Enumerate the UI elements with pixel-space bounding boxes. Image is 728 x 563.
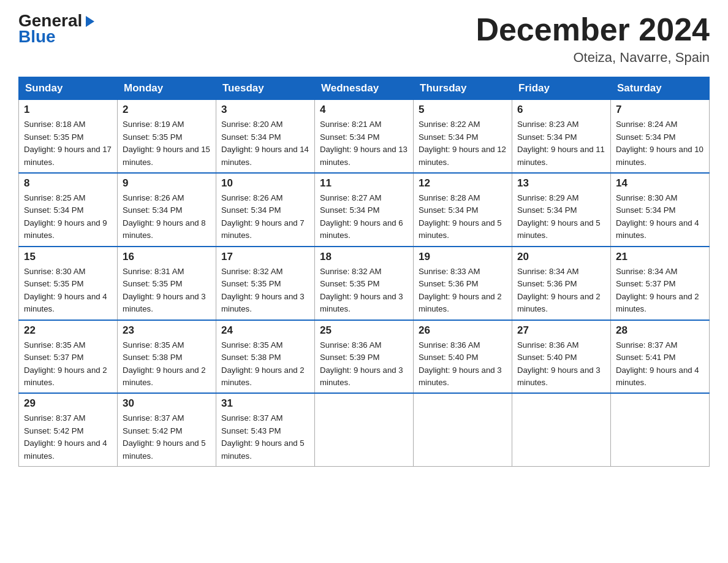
day-number: 20 [517,251,605,263]
day-number: 16 [123,251,211,263]
day-number: 6 [517,104,605,116]
page-header: General Blue December 2024 Oteiza, Navar… [18,12,710,66]
calendar-day-cell [512,393,611,466]
calendar-day-cell: 28 Sunrise: 8:37 AM Sunset: 5:41 PM Dayl… [611,320,710,394]
calendar-day-cell: 25 Sunrise: 8:36 AM Sunset: 5:39 PM Dayl… [315,320,414,394]
day-number: 19 [419,251,507,263]
header-tuesday: Tuesday [216,77,315,100]
day-number: 22 [24,324,112,337]
day-number: 31 [221,397,309,410]
header-saturday: Saturday [611,77,710,100]
calendar-day-cell: 3 Sunrise: 8:20 AM Sunset: 5:34 PM Dayli… [216,100,315,173]
logo: General Blue [18,12,97,47]
header-sunday: Sunday [19,77,118,100]
day-info: Sunrise: 8:28 AM Sunset: 5:34 PM Dayligh… [419,192,507,242]
day-number: 15 [24,251,112,263]
day-info: Sunrise: 8:18 AM Sunset: 5:35 PM Dayligh… [24,118,112,169]
day-info: Sunrise: 8:30 AM Sunset: 5:35 PM Dayligh… [24,266,112,316]
calendar-week-row: 8 Sunrise: 8:25 AM Sunset: 5:34 PM Dayli… [19,173,710,247]
logo-blue: Blue [18,27,56,47]
day-info: Sunrise: 8:21 AM Sunset: 5:34 PM Dayligh… [320,118,408,169]
calendar-day-cell: 23 Sunrise: 8:35 AM Sunset: 5:38 PM Dayl… [118,320,216,394]
day-info: Sunrise: 8:34 AM Sunset: 5:37 PM Dayligh… [616,266,704,316]
day-info: Sunrise: 8:37 AM Sunset: 5:43 PM Dayligh… [221,412,309,462]
day-number: 26 [419,324,507,337]
day-number: 14 [616,177,704,190]
day-number: 25 [320,324,408,337]
calendar-day-cell [315,393,414,466]
calendar-day-cell: 9 Sunrise: 8:26 AM Sunset: 5:34 PM Dayli… [118,173,216,247]
day-info: Sunrise: 8:37 AM Sunset: 5:42 PM Dayligh… [123,412,211,462]
day-number: 8 [24,177,112,190]
calendar-day-cell: 27 Sunrise: 8:36 AM Sunset: 5:40 PM Dayl… [512,320,611,394]
logo-arrow-icon [83,15,97,28]
day-info: Sunrise: 8:26 AM Sunset: 5:34 PM Dayligh… [221,192,309,242]
calendar-week-row: 1 Sunrise: 8:18 AM Sunset: 5:35 PM Dayli… [19,100,710,173]
day-number: 21 [616,251,704,263]
calendar-day-cell: 31 Sunrise: 8:37 AM Sunset: 5:43 PM Dayl… [216,393,315,466]
month-title: December 2024 [476,12,710,47]
day-number: 5 [419,104,507,116]
day-info: Sunrise: 8:24 AM Sunset: 5:34 PM Dayligh… [616,118,704,169]
day-number: 13 [517,177,605,190]
day-number: 28 [616,324,704,337]
svg-marker-0 [86,16,94,27]
header-monday: Monday [118,77,216,100]
calendar-week-row: 15 Sunrise: 8:30 AM Sunset: 5:35 PM Dayl… [19,247,710,320]
calendar-header-row: SundayMondayTuesdayWednesdayThursdayFrid… [19,77,710,100]
calendar-day-cell [611,393,710,466]
calendar-day-cell: 14 Sunrise: 8:30 AM Sunset: 5:34 PM Dayl… [611,173,710,247]
calendar-day-cell: 2 Sunrise: 8:19 AM Sunset: 5:35 PM Dayli… [118,100,216,173]
day-info: Sunrise: 8:36 AM Sunset: 5:40 PM Dayligh… [517,339,605,389]
calendar-week-row: 29 Sunrise: 8:37 AM Sunset: 5:42 PM Dayl… [19,393,710,466]
title-block: December 2024 Oteiza, Navarre, Spain [476,12,710,66]
calendar-day-cell: 19 Sunrise: 8:33 AM Sunset: 5:36 PM Dayl… [414,247,512,320]
calendar-day-cell: 17 Sunrise: 8:32 AM Sunset: 5:35 PM Dayl… [216,247,315,320]
header-thursday: Thursday [414,77,512,100]
day-number: 4 [320,104,408,116]
calendar-day-cell: 30 Sunrise: 8:37 AM Sunset: 5:42 PM Dayl… [118,393,216,466]
day-info: Sunrise: 8:26 AM Sunset: 5:34 PM Dayligh… [123,192,211,242]
calendar-day-cell: 13 Sunrise: 8:29 AM Sunset: 5:34 PM Dayl… [512,173,611,247]
day-info: Sunrise: 8:36 AM Sunset: 5:39 PM Dayligh… [320,339,408,389]
calendar-day-cell: 11 Sunrise: 8:27 AM Sunset: 5:34 PM Dayl… [315,173,414,247]
day-number: 1 [24,104,112,116]
calendar-table: SundayMondayTuesdayWednesdayThursdayFrid… [18,77,710,467]
day-number: 17 [221,251,309,263]
day-info: Sunrise: 8:30 AM Sunset: 5:34 PM Dayligh… [616,192,704,242]
calendar-day-cell [414,393,512,466]
header-friday: Friday [512,77,611,100]
calendar-day-cell: 21 Sunrise: 8:34 AM Sunset: 5:37 PM Dayl… [611,247,710,320]
day-number: 9 [123,177,211,190]
day-info: Sunrise: 8:35 AM Sunset: 5:38 PM Dayligh… [123,339,211,389]
day-number: 3 [221,104,309,116]
calendar-day-cell: 4 Sunrise: 8:21 AM Sunset: 5:34 PM Dayli… [315,100,414,173]
calendar-day-cell: 8 Sunrise: 8:25 AM Sunset: 5:34 PM Dayli… [19,173,118,247]
calendar-day-cell: 20 Sunrise: 8:34 AM Sunset: 5:36 PM Dayl… [512,247,611,320]
day-info: Sunrise: 8:34 AM Sunset: 5:36 PM Dayligh… [517,266,605,316]
day-info: Sunrise: 8:36 AM Sunset: 5:40 PM Dayligh… [419,339,507,389]
day-info: Sunrise: 8:23 AM Sunset: 5:34 PM Dayligh… [517,118,605,169]
day-info: Sunrise: 8:27 AM Sunset: 5:34 PM Dayligh… [320,192,408,242]
day-info: Sunrise: 8:32 AM Sunset: 5:35 PM Dayligh… [221,266,309,316]
calendar-day-cell: 7 Sunrise: 8:24 AM Sunset: 5:34 PM Dayli… [611,100,710,173]
day-number: 2 [123,104,211,116]
day-number: 7 [616,104,704,116]
calendar-week-row: 22 Sunrise: 8:35 AM Sunset: 5:37 PM Dayl… [19,320,710,394]
day-info: Sunrise: 8:25 AM Sunset: 5:34 PM Dayligh… [24,192,112,242]
day-info: Sunrise: 8:37 AM Sunset: 5:42 PM Dayligh… [24,412,112,462]
day-info: Sunrise: 8:31 AM Sunset: 5:35 PM Dayligh… [123,266,211,316]
day-number: 18 [320,251,408,263]
day-number: 23 [123,324,211,337]
day-info: Sunrise: 8:29 AM Sunset: 5:34 PM Dayligh… [517,192,605,242]
calendar-day-cell: 18 Sunrise: 8:32 AM Sunset: 5:35 PM Dayl… [315,247,414,320]
day-info: Sunrise: 8:33 AM Sunset: 5:36 PM Dayligh… [419,266,507,316]
day-info: Sunrise: 8:32 AM Sunset: 5:35 PM Dayligh… [320,266,408,316]
day-number: 30 [123,397,211,410]
calendar-day-cell: 1 Sunrise: 8:18 AM Sunset: 5:35 PM Dayli… [19,100,118,173]
calendar-day-cell: 29 Sunrise: 8:37 AM Sunset: 5:42 PM Dayl… [19,393,118,466]
day-number: 24 [221,324,309,337]
location: Oteiza, Navarre, Spain [476,50,710,66]
calendar-day-cell: 26 Sunrise: 8:36 AM Sunset: 5:40 PM Dayl… [414,320,512,394]
day-info: Sunrise: 8:35 AM Sunset: 5:38 PM Dayligh… [221,339,309,389]
